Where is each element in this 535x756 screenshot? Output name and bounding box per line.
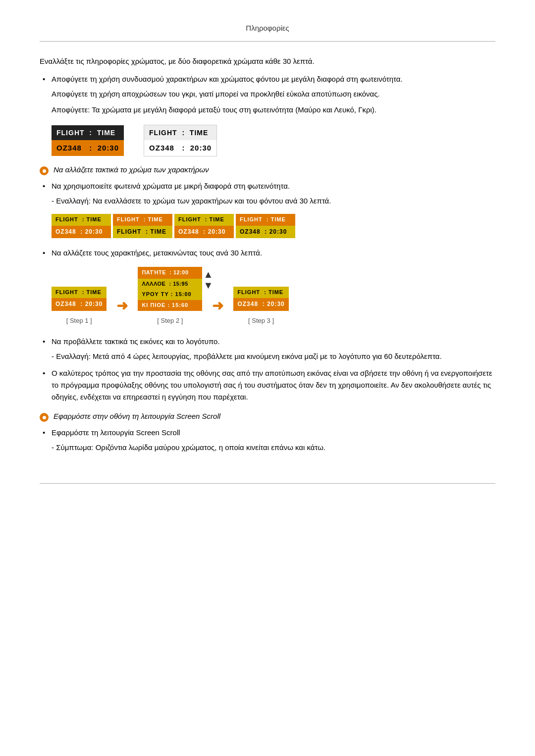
step-3-header: FLIGHT : TIME xyxy=(233,287,288,299)
demo-row-1: FLIGHT : TIME OZ348 : 20:30 FLIGHT : TIM… xyxy=(52,125,495,156)
fbox-3-data: OZ348 : 20:30 xyxy=(174,226,234,238)
step-2-label: [ Step 2 ] xyxy=(157,316,183,326)
orange-section-2-label: Εφαρμόστε στην οθόνη τη λειτουργία Scree… xyxy=(54,412,220,420)
step-2-header-1: ΠΑΤΉΤΕ : 12:00 xyxy=(138,267,202,279)
sub-text-3: - Εναλλαγή: Να εναλλάσετε το χρώμα των χ… xyxy=(52,195,495,207)
bullet-item-5: Ο καλύτερος τρόπος για την προστασία της… xyxy=(40,367,495,403)
arrow-down-icon: ▼ xyxy=(204,280,214,291)
step-arrow-2: ➜ xyxy=(212,295,223,317)
orange-section-1-label: Να αλλάζετε τακτικά το χρώμα των χαρακτή… xyxy=(54,165,209,174)
step-3-data: OZ348 : 20:30 xyxy=(233,298,288,310)
fbox-4: FLIGHT : TIME OZ348 : 20:30 xyxy=(236,214,295,238)
orange-circle-icon xyxy=(40,166,49,175)
arrow-up-icon: ▲ xyxy=(204,269,214,280)
step-1-header: FLIGHT : TIME xyxy=(52,287,107,299)
fbox-3-header: FLIGHT : TIME xyxy=(174,214,234,226)
flight-header-dark: FLIGHT : TIME xyxy=(52,125,124,140)
intro-text: Εναλλάξτε τις πληροφορίες χρώματος, με δ… xyxy=(40,55,495,67)
step-3-container: FLIGHT : TIME OZ348 : 20:30 [ Step 3 ] xyxy=(233,287,288,326)
sub-text-4: - Εναλλαγή: Μετά από 4 ώρες λειτουργίας,… xyxy=(52,351,495,362)
flight-sequence-row: FLIGHT : TIME OZ348 : 20:30 FLIGHT : TIM… xyxy=(52,214,495,238)
third-bullet-list: Εφαρμόστε τη λειτουργία Screen Scroll - … xyxy=(40,427,495,454)
fbox-2-header: FLIGHT : TIME xyxy=(113,214,172,226)
step-2-container: ΠΑΤΉΤΕ : 12:00 ΛΛΛΛΟΕ : 15:95 ΥΡΟΥ ΤΥ : … xyxy=(138,267,202,326)
step-arrow-1: ➜ xyxy=(116,295,128,317)
fbox-4-data: OZ348 : 20:30 xyxy=(236,226,295,238)
step-2-header-2: ΛΛΛΛΟΕ : 15:95 xyxy=(138,279,202,290)
step-1-data: OZ348 : 20:30 xyxy=(52,298,107,310)
sub-text-1: Αποφύγετε τη χρήση αποχρώσεων του γκρι, … xyxy=(52,88,495,100)
fbox-2-data: FLIGHT : TIME xyxy=(113,226,172,238)
orange-circle-icon-2 xyxy=(40,413,49,422)
orange-section-2: Εφαρμόστε στην οθόνη τη λειτουργία Scree… xyxy=(40,412,495,422)
bullet-item-3: Να αλλάζετε τους χαρακτήρες, μετακινώντα… xyxy=(40,247,495,326)
bullet-item-4: Να προβάλλετε τακτικά τις εικόνες και το… xyxy=(40,336,495,362)
step-1-container: FLIGHT : TIME OZ348 : 20:30 [ Step 1 ] xyxy=(52,287,107,326)
flight-data-light: OZ348 : 20:30 xyxy=(144,140,216,156)
step-2-data-1: ΥΡΟΥ ΤΥ : 15:00 xyxy=(138,289,202,300)
fbox-1: FLIGHT : TIME OZ348 : 20:30 xyxy=(52,214,111,238)
sub-text-6: - Σύμπτωμα: Οριζόντια λωρίδα μαύρου χρώμ… xyxy=(52,442,495,454)
step-3-box: FLIGHT : TIME OZ348 : 20:30 xyxy=(233,287,288,311)
bullet-item-1: Αποφύγετε τη χρήση συνδυασμού χαρακτήρων… xyxy=(40,73,495,156)
page-container: Πληροφορίες Εναλλάξτε τις πληροφορίες χρ… xyxy=(0,0,535,513)
bullet-item-6: Εφαρμόστε τη λειτουργία Screen Scroll - … xyxy=(40,427,495,454)
step-1-label: [ Step 1 ] xyxy=(66,316,92,326)
bullet-item-2: Να χρησιμοποιείτε φωτεινά χρώματα με μικ… xyxy=(40,180,495,238)
flight-header-light: FLIGHT : TIME xyxy=(144,125,216,140)
fbox-2: FLIGHT : TIME FLIGHT : TIME xyxy=(113,214,172,238)
fbox-4-header: FLIGHT : TIME xyxy=(236,214,295,226)
fbox-1-header: FLIGHT : TIME xyxy=(52,214,111,226)
step-2-data-2: ΚΙ ΠΙΟΕ : 15:60 xyxy=(138,300,202,311)
step-2-box: ΠΑΤΉΤΕ : 12:00 ΛΛΛΛΟΕ : 15:95 ΥΡΟΥ ΤΥ : … xyxy=(138,267,202,310)
sub-text-2: Αποφύγετε: Τα χρώματα με μεγάλη διαφορά … xyxy=(52,104,495,116)
step-3-label: [ Step 3 ] xyxy=(248,316,274,326)
step-1-box: FLIGHT : TIME OZ348 : 20:30 xyxy=(52,287,107,311)
second-bullet-list: Να χρησιμοποιείτε φωτεινά χρώματα με μικ… xyxy=(40,180,495,403)
page-footer-line xyxy=(40,483,495,484)
fbox-1-data: OZ348 : 20:30 xyxy=(52,226,111,238)
fbox-3: FLIGHT : TIME OZ348 : 20:30 xyxy=(174,214,234,238)
steps-row: FLIGHT : TIME OZ348 : 20:30 [ Step 1 ] ➜… xyxy=(52,267,495,326)
flight-box-light: FLIGHT : TIME OZ348 : 20:30 xyxy=(144,125,217,156)
page-title: Πληροφορίες xyxy=(40,15,495,42)
scroll-arrows: ▲ ▼ xyxy=(204,269,214,291)
main-bullet-list: Αποφύγετε τη χρήση συνδυασμού χαρακτήρων… xyxy=(40,73,495,156)
orange-section-1: Να αλλάζετε τακτικά το χρώμα των χαρακτή… xyxy=(40,165,495,175)
flight-data-dark: OZ348 : 20:30 xyxy=(52,140,124,156)
flight-box-dark: FLIGHT : TIME OZ348 : 20:30 xyxy=(52,125,124,156)
